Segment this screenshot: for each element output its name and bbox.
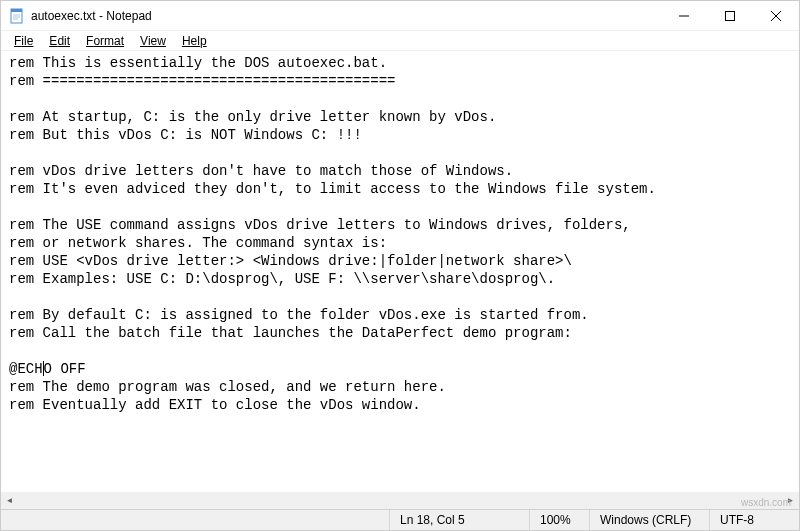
- svg-line-8: [771, 11, 781, 21]
- line-part: O OFF: [44, 361, 86, 377]
- menu-view[interactable]: View: [133, 33, 173, 49]
- svg-rect-1: [11, 9, 22, 12]
- menu-view-label: View: [140, 34, 166, 48]
- line: rem or network shares. The command synta…: [9, 235, 387, 251]
- line: rem It's even adviced they don't, to lim…: [9, 181, 656, 197]
- menu-edit-label: Edit: [49, 34, 70, 48]
- svg-line-7: [771, 11, 781, 21]
- line: rem But this vDos C: is NOT Windows C: !…: [9, 127, 362, 143]
- line: rem The demo program was closed, and we …: [9, 379, 446, 395]
- svg-rect-6: [726, 11, 735, 20]
- menu-file[interactable]: File: [7, 33, 40, 49]
- window-title: autoexec.txt - Notepad: [31, 9, 661, 23]
- titlebar: autoexec.txt - Notepad: [1, 1, 799, 31]
- line: rem The USE command assigns vDos drive l…: [9, 217, 631, 233]
- text-editor[interactable]: rem This is essentially the DOS autoexec…: [1, 52, 799, 492]
- line: rem By default C: is assigned to the fol…: [9, 307, 589, 323]
- line: rem This is essentially the DOS autoexec…: [9, 55, 387, 71]
- menu-edit[interactable]: Edit: [42, 33, 77, 49]
- menu-help-label: Help: [182, 34, 207, 48]
- menu-format-label: Format: [86, 34, 124, 48]
- line: rem vDos drive letters don't have to mat…: [9, 163, 513, 179]
- status-lineending: Windows (CRLF): [589, 510, 709, 530]
- line: rem USE <vDos drive letter:> <Windows dr…: [9, 253, 572, 269]
- line: rem Call the batch file that launches th…: [9, 325, 572, 341]
- menu-file-label: File: [14, 34, 33, 48]
- line: rem Eventually add EXIT to close the vDo…: [9, 397, 421, 413]
- menubar: File Edit Format View Help: [1, 31, 799, 51]
- line: rem At startup, C: is the only drive let…: [9, 109, 496, 125]
- statusbar: Ln 18, Col 5 100% Windows (CRLF) UTF-8: [1, 509, 799, 530]
- scroll-track[interactable]: [18, 492, 782, 509]
- line-part: @ECH: [9, 361, 43, 377]
- status-zoom: 100%: [529, 510, 589, 530]
- window-controls: [661, 1, 799, 30]
- menu-help[interactable]: Help: [175, 33, 214, 49]
- line: rem ====================================…: [9, 73, 395, 89]
- maximize-button[interactable]: [707, 1, 753, 30]
- status-position: Ln 18, Col 5: [389, 510, 529, 530]
- menu-format[interactable]: Format: [79, 33, 131, 49]
- status-encoding: UTF-8: [709, 510, 799, 530]
- watermark: wsxdn.com: [741, 497, 791, 508]
- horizontal-scrollbar[interactable]: ◄ ►: [1, 492, 799, 509]
- notepad-icon: [9, 8, 25, 24]
- scroll-left-icon[interactable]: ◄: [1, 492, 18, 509]
- minimize-button[interactable]: [661, 1, 707, 30]
- line: rem Examples: USE C: D:\dosprog\, USE F:…: [9, 271, 555, 287]
- close-button[interactable]: [753, 1, 799, 30]
